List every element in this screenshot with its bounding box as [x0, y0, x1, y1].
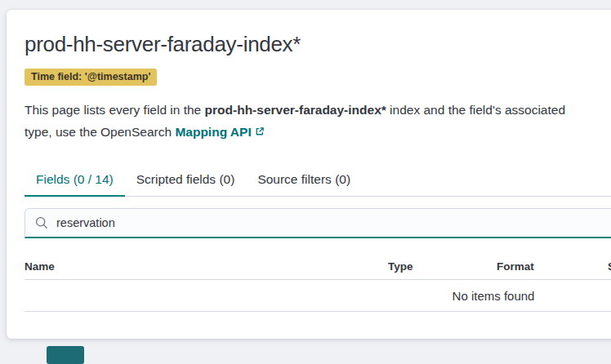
search-icon — [35, 216, 48, 229]
search-box — [25, 208, 611, 238]
search-input[interactable] — [56, 216, 611, 229]
no-items-message: No items found — [453, 289, 535, 303]
tab-fields[interactable]: Fields (0 / 14) — [25, 164, 125, 196]
tab-scripted-fields[interactable]: Scripted fields (0) — [125, 164, 247, 196]
empty-table-row: No items found — [25, 280, 611, 312]
tab-source-filters[interactable]: Source filters (0) — [246, 164, 362, 196]
mapping-api-link[interactable]: Mapping API — [175, 125, 251, 139]
column-header-type: Type — [388, 260, 413, 273]
fields-table: Name Type Format Searchable No items fou… — [25, 251, 611, 312]
column-header-format: Format — [497, 260, 534, 273]
time-field-badge: Time field: '@timestamp' — [25, 69, 157, 86]
index-pattern-panel: prod-hh-server-faraday-index* Time field… — [7, 10, 611, 339]
page-title: prod-hh-server-faraday-index* — [25, 31, 611, 57]
description-line-2: type, use the OpenSearch Mapping API — [25, 121, 611, 143]
column-header-searchable: Searchable — [608, 260, 611, 273]
column-header-name: Name — [25, 260, 55, 273]
description-line-1: This page lists every field in the prod-… — [25, 99, 611, 121]
tabs: Fields (0 / 14) Scripted fields (0) Sour… — [25, 164, 611, 197]
index-name-bold: prod-hh-server-faraday-index* — [205, 103, 386, 117]
cropped-teal-button[interactable] — [47, 346, 84, 364]
table-header-row: Name Type Format Searchable — [25, 251, 611, 280]
external-link-icon — [255, 121, 265, 143]
description: This page lists every field in the prod-… — [25, 99, 611, 143]
